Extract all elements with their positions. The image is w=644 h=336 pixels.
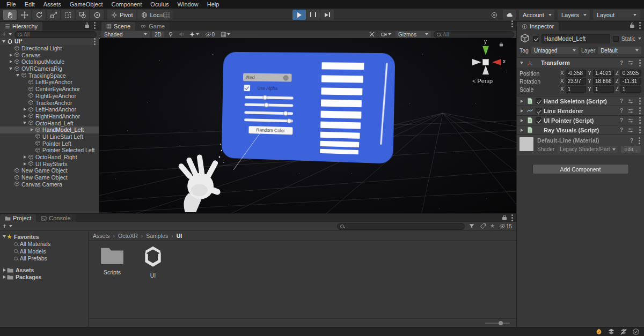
scene-tools-button[interactable] — [368, 31, 376, 38]
help-icon[interactable] — [630, 138, 633, 144]
pivot-toggle-button[interactable]: Pivot — [107, 10, 136, 20]
tree-item-favorites[interactable]: Favorites — [0, 233, 88, 241]
hand-tool-button[interactable] — [3, 10, 17, 20]
hierarchy-item[interactable]: RightHandAnchor — [0, 113, 99, 120]
kebab-menu-icon[interactable] — [639, 25, 641, 26]
gizmo-cube[interactable] — [482, 59, 489, 65]
foldout-icon[interactable] — [15, 74, 20, 77]
foldout-icon[interactable] — [519, 109, 524, 113]
active-checkbox[interactable] — [533, 36, 539, 42]
hierarchy-item[interactable]: OctoInputModule — [0, 58, 99, 65]
help-icon[interactable] — [620, 127, 623, 133]
lock-icon[interactable] — [500, 44, 503, 47]
menu-component[interactable]: Component — [107, 1, 146, 8]
custom-tool-button[interactable] — [90, 10, 104, 20]
hierarchy-item[interactable]: New Game Object — [0, 174, 99, 181]
tab-console[interactable]: Console — [36, 214, 75, 222]
random-color-button[interactable]: Random Color — [248, 126, 292, 135]
transform-tool-button[interactable] — [76, 10, 89, 20]
hierarchy-item[interactable]: UI LineStart Left — [0, 133, 99, 140]
component-enabled-checkbox[interactable] — [536, 108, 541, 114]
search-by-label-button[interactable] — [479, 223, 487, 229]
scale-y-field[interactable]: 1 — [593, 86, 614, 93]
lock-icon[interactable] — [85, 25, 89, 28]
preset-icon[interactable] — [627, 117, 634, 124]
scene-search-input[interactable] — [443, 32, 511, 38]
menu-file[interactable]: File — [2, 1, 20, 8]
hierarchy-item-scene[interactable]: UI* — [0, 38, 99, 45]
tab-game[interactable]: Game — [135, 22, 170, 31]
foldout-icon[interactable] — [2, 235, 7, 238]
layers-dropdown[interactable]: Layers — [558, 10, 590, 20]
kebab-menu-icon[interactable] — [639, 129, 641, 131]
preset-icon[interactable] — [627, 98, 634, 104]
tab-scene[interactable]: Scene — [101, 22, 135, 31]
use-alpha-checkbox[interactable] — [244, 85, 250, 91]
projection-toggle[interactable]: Persp — [472, 78, 493, 84]
hierarchy-item[interactable]: Canvas Camera — [0, 181, 99, 188]
layout-dropdown[interactable]: Layout — [593, 10, 640, 20]
scene-effects-dropdown[interactable] — [188, 31, 201, 38]
chevron-down-icon[interactable] — [9, 225, 12, 227]
scene-audio-button[interactable] — [177, 31, 186, 38]
foldout-icon[interactable] — [22, 162, 27, 166]
hierarchy-item[interactable]: OctoHand_Left — [0, 120, 99, 126]
kebab-menu-icon[interactable] — [639, 110, 641, 111]
help-icon[interactable] — [620, 98, 623, 104]
scene-camera-dropdown[interactable] — [379, 31, 393, 38]
component-line-renderer[interactable]: Line Renderer — [517, 106, 644, 115]
foldout-icon[interactable] — [22, 108, 27, 111]
layer-dropdown[interactable]: Default — [598, 47, 641, 54]
shader-edit-button[interactable]: Edit... — [621, 146, 640, 153]
menu-gameobject[interactable]: GameObject — [65, 1, 107, 8]
step-button[interactable] — [320, 10, 334, 20]
hierarchy-item[interactable]: RightEyeAnchor — [0, 93, 99, 100]
hidden-packages-toggle[interactable]: 15 — [497, 223, 514, 229]
menu-oculus[interactable]: Oculus — [146, 1, 173, 8]
tag-dropdown[interactable]: Untagged — [531, 47, 579, 54]
help-icon[interactable] — [620, 117, 623, 123]
foldout-icon[interactable] — [2, 268, 7, 272]
thumbnail-zoom-slider[interactable] — [485, 323, 510, 324]
foldout-icon[interactable] — [8, 68, 13, 70]
project-search-input[interactable] — [346, 223, 462, 229]
create-button[interactable] — [2, 32, 6, 37]
scale-tool-button[interactable] — [47, 10, 60, 20]
slider-knob[interactable] — [283, 111, 288, 116]
component-enabled-checkbox[interactable] — [536, 98, 541, 104]
hierarchy-item[interactable]: TrackingSpace — [0, 72, 99, 79]
color-dropdown[interactable]: Red — [243, 73, 292, 81]
static-dropdown-icon[interactable] — [638, 38, 641, 40]
scene-viewport[interactable]: Red Use Alpha Random Color — [99, 38, 516, 213]
rotation-x-field[interactable]: 23.97 — [566, 78, 587, 85]
hierarchy-search-input[interactable] — [24, 32, 93, 38]
lock-icon[interactable] — [502, 217, 507, 220]
hierarchy-item[interactable]: Pointer Left — [0, 140, 99, 147]
tree-item-assets[interactable]: Assets — [0, 266, 88, 274]
hierarchy-search[interactable] — [14, 31, 97, 38]
menu-assets[interactable]: Assets — [39, 1, 65, 8]
search-by-type-button[interactable] — [467, 223, 476, 229]
hierarchy-item[interactable]: LeftHandAnchor — [0, 106, 99, 113]
rotation-y-field[interactable]: 18.866 — [593, 78, 614, 85]
hierarchy-item[interactable]: OVRCameraRig — [0, 65, 99, 72]
shading-mode-dropdown[interactable]: Shaded — [101, 31, 150, 38]
create-button[interactable] — [3, 223, 6, 229]
hierarchy-item[interactable]: New Game Object — [0, 167, 99, 174]
slider-knob[interactable] — [264, 102, 269, 107]
toggle-2d-button[interactable]: 2D — [152, 31, 164, 38]
scene-lighting-button[interactable] — [166, 31, 175, 38]
kebab-menu-icon[interactable] — [511, 217, 513, 219]
menu-help[interactable]: Help — [203, 1, 224, 8]
foldout-icon[interactable] — [519, 119, 524, 122]
foldout-icon[interactable] — [1, 40, 6, 43]
rotate-tool-button[interactable] — [32, 10, 46, 20]
preset-icon[interactable] — [627, 127, 634, 133]
color-slider[interactable] — [245, 103, 294, 107]
position-y-field[interactable]: 1.4021 — [593, 70, 614, 77]
preset-icon[interactable] — [627, 108, 634, 114]
version-control-button[interactable] — [489, 10, 500, 20]
hierarchy-item[interactable]: CenterEyeAnchor — [0, 86, 99, 93]
scale-x-field[interactable]: 1 — [566, 86, 587, 93]
lock-icon[interactable] — [630, 25, 634, 28]
